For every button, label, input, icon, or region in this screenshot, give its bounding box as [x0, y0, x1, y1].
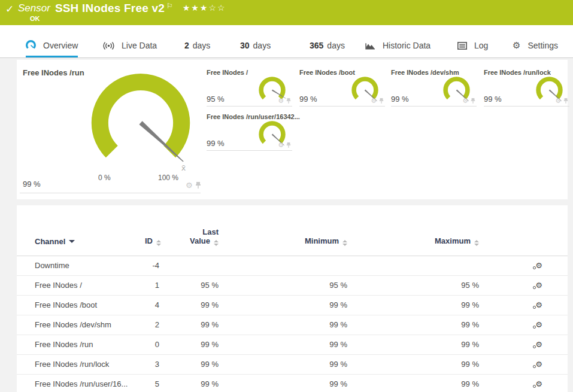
channel-maximum: 99 %	[368, 354, 499, 374]
channel-last-value: 99 %	[180, 374, 239, 392]
channel-minimum	[239, 256, 368, 275]
channel-name[interactable]: Free INodes /dev/shm	[17, 315, 145, 335]
status-badge: OK	[30, 15, 40, 22]
gauge-settings-gear-icon[interactable]: ⚙	[555, 98, 561, 104]
sort-icon	[342, 240, 347, 246]
gauges-panel: Free INodes /run x̄ 0 % 100 % 99 % ⚙ Fre…	[17, 60, 568, 199]
gauge-tile-run-lock[interactable]: Free INodes /run/lock 99 % ⚙	[484, 67, 569, 107]
channel-minimum: 99 %	[239, 295, 368, 315]
table-row: Free INodes /run 0 99 % 99 % 99 % ⚙	[17, 335, 568, 354]
gauge-value: 95 %	[207, 95, 225, 104]
gauge-value: 99 %	[299, 95, 317, 104]
tab-settings[interactable]: ⚙ Settings	[513, 41, 558, 57]
gauge-settings-gear-icon[interactable]: ⚙	[371, 98, 377, 104]
tab-label: Log	[474, 41, 488, 50]
gauge-tile-boot[interactable]: Free INodes /boot 99 % ⚙	[299, 67, 385, 107]
channel-settings-icon[interactable]: ⚙	[535, 281, 542, 289]
object-kind-label: Sensor	[18, 2, 50, 14]
channel-settings-icon[interactable]: ⚙	[535, 262, 542, 269]
channel-last-value: 99 %	[180, 335, 239, 354]
tab-label: days	[327, 41, 345, 50]
channel-name[interactable]: Free INodes /run/lock	[17, 354, 145, 374]
sort-icon	[156, 240, 161, 246]
channel-id: 2	[145, 315, 180, 335]
table-row: Free INodes /dev/shm 2 99 % 99 % 99 % ⚙	[17, 315, 568, 335]
sensor-header: ✓ Sensor SSH INodes Free v2 ⚐ ★★★☆☆ OK	[0, 0, 573, 25]
gauge-value: 99 %	[23, 180, 41, 189]
channel-maximum: 99 %	[368, 295, 499, 315]
column-header-id[interactable]: ID	[145, 221, 180, 256]
channel-name[interactable]: Free INodes /	[17, 275, 145, 295]
channel-last-value: 99 %	[180, 354, 239, 374]
gauge-settings-gear-icon[interactable]: ⚙	[186, 181, 193, 189]
gauge-dial: x̄	[82, 64, 199, 172]
gauge-settings-gear-icon[interactable]: ⚙	[278, 98, 284, 104]
gear-icon: ⚙	[513, 41, 520, 50]
table-row: Downtime -4 ⚙	[17, 256, 568, 275]
page-title: SSH INodes Free v2	[55, 2, 165, 15]
tab-30-days[interactable]: 30 days	[240, 41, 271, 57]
pin-icon[interactable]	[286, 98, 291, 104]
gauge-title: Free INodes /	[207, 69, 248, 76]
channel-last-value	[180, 256, 239, 275]
channel-settings-icon[interactable]: ⚙	[535, 301, 542, 309]
average-marker: x̄	[181, 163, 186, 172]
gauge-tile-primary[interactable]: Free INodes /run x̄ 0 % 100 % 99 % ⚙	[17, 60, 202, 199]
tile-separator	[20, 193, 201, 193]
column-header-last-value[interactable]: LastValue	[180, 221, 239, 256]
gauge-value: 99 %	[484, 95, 502, 104]
channel-minimum: 99 %	[239, 374, 368, 392]
channel-settings-icon[interactable]: ⚙	[535, 380, 542, 388]
channel-last-value: 99 %	[180, 315, 239, 335]
gauge-tile-root[interactable]: Free INodes / 95 % ⚙	[207, 67, 292, 107]
column-header-maximum[interactable]: Maximum	[368, 221, 499, 256]
channel-id: 1	[145, 275, 180, 295]
channel-name[interactable]: Free INodes /run	[17, 335, 145, 354]
gauge-settings-gear-icon[interactable]: ⚙	[462, 98, 468, 104]
log-list-icon	[457, 42, 467, 50]
tab-2-days[interactable]: 2 days	[184, 41, 210, 57]
gauge-title: Free INodes /run	[23, 68, 84, 77]
channel-settings-icon[interactable]: ⚙	[535, 341, 542, 348]
tab-label: Overview	[43, 41, 78, 50]
gauge-value: 99 %	[207, 139, 225, 148]
pin-icon[interactable]	[563, 98, 568, 104]
pin-icon[interactable]	[286, 142, 291, 148]
gauge-settings-gear-icon[interactable]: ⚙	[278, 142, 284, 148]
column-header-settings	[499, 221, 568, 256]
channel-maximum: 99 %	[368, 315, 499, 335]
gauge-tile-dev-shm[interactable]: Free INodes /dev/shm 99 % ⚙	[391, 67, 477, 107]
tab-label: Historic Data	[383, 41, 430, 50]
channel-settings-icon[interactable]: ⚙	[535, 360, 542, 368]
pin-icon[interactable]	[379, 98, 384, 104]
tab-overview[interactable]: Overview	[26, 40, 78, 57]
gauge-max-label: 100 %	[158, 174, 178, 182]
channel-id: 3	[145, 354, 180, 374]
channel-maximum: 99 %	[368, 335, 499, 354]
column-header-channel[interactable]: Channel	[17, 221, 145, 256]
tab-label: Settings	[527, 41, 558, 50]
tab-log[interactable]: Log	[457, 41, 488, 57]
stars-filled: ★★★	[183, 3, 209, 13]
gauge-icon	[26, 40, 36, 50]
column-header-minimum[interactable]: Minimum	[239, 221, 368, 256]
sort-desc-icon	[69, 240, 75, 243]
tab-historic-data[interactable]: Historic Data	[365, 41, 430, 57]
pin-icon[interactable]	[195, 181, 201, 189]
channel-name[interactable]: Downtime	[17, 256, 145, 275]
channel-settings-icon[interactable]: ⚙	[535, 321, 542, 329]
gauge-tile-run-user[interactable]: Free INodes /run/user/16342... 99 % ⚙	[207, 111, 292, 151]
channels-table: Channel ID LastValue Minimum Maximum Dow…	[17, 221, 568, 392]
table-row: Free INodes /boot 4 99 % 99 % 99 % ⚙	[17, 295, 568, 315]
tab-live-data[interactable]: Live Data	[103, 41, 157, 57]
priority-stars[interactable]: ★★★☆☆	[183, 3, 226, 13]
tab-365-days[interactable]: 365 days	[310, 41, 345, 57]
tab-label: days	[193, 41, 211, 50]
table-row: Free INodes / 1 95 % 95 % 95 % ⚙	[17, 275, 568, 295]
channel-name[interactable]: Free INodes /run/user/16...	[17, 374, 145, 392]
sensor-page: ✓ Sensor SSH INodes Free v2 ⚐ ★★★☆☆ OK O…	[0, 0, 573, 392]
pin-icon[interactable]	[471, 98, 475, 104]
channel-minimum: 99 %	[239, 354, 368, 374]
channel-name[interactable]: Free INodes /boot	[17, 295, 145, 315]
priority-flag-icon[interactable]: ⚐	[166, 2, 173, 10]
